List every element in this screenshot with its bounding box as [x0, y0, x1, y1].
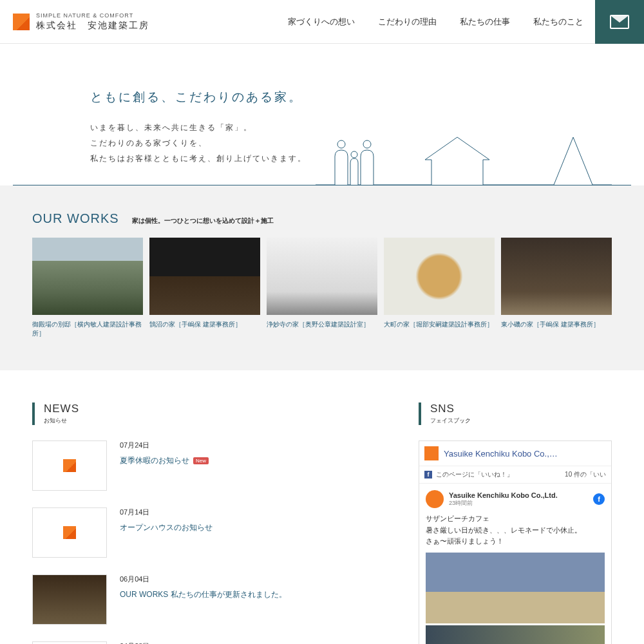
news-title-link[interactable]: 夏季休暇のお知らせ: [120, 456, 189, 465]
work-card[interactable]: 御殿場の別邸［横内敏人建築設計事務所］: [32, 238, 143, 338]
works-title: OUR WORKS: [32, 211, 119, 226]
fb-post-name[interactable]: Yasuike Kenchiku Kobo Co.,Ltd.: [449, 491, 558, 499]
fb-like-count: 10 件の「いい: [565, 470, 606, 479]
fb-post: Yasuike Kenchiku Kobo Co.,Ltd. 23時間前 f サ…: [419, 484, 611, 644]
fb-text-line: さぁ〜頑張りましょう！: [426, 536, 605, 547]
fb-avatar-icon: [426, 490, 444, 508]
facebook-f-icon: f: [424, 471, 432, 478]
fb-text-line: サザンビーチカフェ: [426, 513, 605, 525]
news-date: 04月28日: [120, 641, 365, 644]
fb-page-name: Yasuike Kenchiku Kobo Co.,…: [444, 449, 558, 459]
works-grid: 御殿場の別邸［横内敏人建築設計事務所］ 鵠沼の家［手嶋保 建築事務所］ 浄妙寺の…: [32, 238, 612, 338]
news-date: 07月14日: [120, 507, 213, 517]
news-date: 07月24日: [120, 440, 209, 450]
nav-reason[interactable]: こだわりの理由: [366, 0, 448, 44]
nav-about[interactable]: 私たちのこと: [522, 0, 595, 44]
works-subtitle: 家は個性。一つひとつに想いを込めて設計＋施工: [132, 216, 274, 225]
logo-tagline: SIMPLE NATURE & COMFORT: [36, 12, 149, 19]
news-body: 06月04日OUR WORKS 私たちの仕事が更新されました。: [120, 574, 287, 625]
news-thumb: [32, 574, 107, 625]
svg-point-1: [351, 151, 357, 158]
mail-icon: [610, 15, 629, 29]
work-card[interactable]: 大町の家［堀部安嗣建築設計事務所］: [384, 238, 495, 338]
news-item[interactable]: 07月14日オープンハウスのお知らせ: [32, 507, 393, 558]
news-item[interactable]: 06月04日OUR WORKS 私たちの仕事が更新されました。: [32, 574, 393, 625]
svg-point-0: [337, 140, 345, 148]
work-thumb: [267, 238, 377, 315]
new-badge: New: [193, 457, 209, 464]
hero: ともに創る、こだわりのある家。 いまを暮し、未来へ共に生きる「家」。 こだわりの…: [0, 44, 644, 185]
works-heading: OUR WORKS 家は個性。一つひとつに想いを込めて設計＋施工: [32, 211, 612, 226]
logo-company: 株式会社 安池建築工房: [36, 20, 149, 32]
work-card[interactable]: 浄妙寺の家［奥野公章建築設計室］: [267, 238, 377, 338]
fb-post-image[interactable]: [426, 553, 605, 623]
work-thumb: [501, 238, 612, 315]
news-thumb: [32, 641, 107, 644]
logo-mark-icon: [13, 14, 30, 30]
fb-post-time: 23時間前: [449, 499, 558, 507]
hero-illustration: [0, 128, 644, 185]
nav-philosophy[interactable]: 家づくりへの想い: [276, 0, 366, 44]
work-card[interactable]: 鵠沼の家［手嶋保 建築事務所］: [149, 238, 260, 338]
fb-header[interactable]: Yasuike Kenchiku Kobo Co.,…: [419, 441, 611, 466]
work-caption: 東小磯の家［手嶋保 建築事務所］: [501, 320, 612, 329]
news-title-link[interactable]: オープンハウスのお知らせ: [120, 523, 213, 532]
fb-like-label: このページに「いいね！」: [436, 470, 513, 479]
work-caption: 鵠沼の家［手嶋保 建築事務所］: [149, 320, 260, 329]
sns-heading: SNS フェイスブック: [419, 402, 612, 425]
work-caption: 浄妙寺の家［奥野公章建築設計室］: [267, 320, 377, 329]
news-thumb: [32, 507, 107, 558]
news-subtitle: お知らせ: [44, 417, 393, 425]
sns-column: SNS フェイスブック Yasuike Kenchiku Kobo Co.,… …: [419, 402, 612, 644]
news-body: 07月24日夏季休暇のお知らせNew: [120, 440, 209, 491]
work-card[interactable]: 東小磯の家［手嶋保 建築事務所］: [501, 238, 612, 338]
hero-line-art-icon: [316, 128, 612, 185]
main-nav: 家づくりへの想い こだわりの理由 私たちの仕事 私たちのこと: [276, 0, 595, 44]
news-list: 07月24日夏季休暇のお知らせNew07月14日オープンハウスのお知らせ06月0…: [32, 440, 393, 644]
hero-title: ともに創る、こだわりのある家。: [90, 89, 644, 106]
fb-page-logo-icon: [424, 446, 439, 460]
work-thumb: [32, 238, 143, 315]
work-caption: 大町の家［堀部安嗣建築設計事務所］: [384, 320, 495, 329]
sns-subtitle: フェイスブック: [430, 417, 612, 425]
svg-point-2: [363, 140, 371, 148]
news-item[interactable]: 07月24日夏季休暇のお知らせNew: [32, 440, 393, 491]
news-date: 06月04日: [120, 574, 287, 584]
news-title: NEWS: [44, 402, 393, 415]
news-title-link[interactable]: OUR WORKS 私たちの仕事が更新されました。: [120, 590, 287, 599]
fb-post-text: サザンビーチカフェ 暑さ厳しい日が続き、、、レモネードで小休止。 さぁ〜頑張りま…: [426, 513, 605, 547]
logo-mark-icon: [63, 526, 76, 539]
contact-button[interactable]: [595, 0, 644, 44]
fb-post-image[interactable]: [426, 625, 605, 644]
work-caption: 御殿場の別邸［横内敏人建築設計事務所］: [32, 320, 143, 338]
logo-mark-icon: [63, 459, 76, 472]
news-heading: NEWS お知らせ: [32, 402, 393, 425]
fb-post-header: Yasuike Kenchiku Kobo Co.,Ltd. 23時間前 f: [426, 490, 605, 508]
lower-section: NEWS お知らせ 07月24日夏季休暇のお知らせNew07月14日オープンハウ…: [0, 370, 644, 644]
fb-like-bar[interactable]: f このページに「いいね！」 10 件の「いい: [419, 466, 611, 484]
news-body: 04月28日当社のZEH(ネット・ゼロ・エネルギー・ハウス)の普及のための取組み: [120, 641, 365, 644]
news-thumb: [32, 440, 107, 491]
logo[interactable]: SIMPLE NATURE & COMFORT 株式会社 安池建築工房: [0, 12, 149, 32]
logo-text: SIMPLE NATURE & COMFORT 株式会社 安池建築工房: [36, 12, 149, 32]
facebook-widget: Yasuike Kenchiku Kobo Co.,… f このページに「いいね…: [419, 440, 612, 644]
facebook-round-icon[interactable]: f: [593, 493, 605, 505]
fb-text-line: 暑さ厳しい日が続き、、、レモネードで小休止。: [426, 525, 605, 536]
sns-title: SNS: [430, 402, 612, 415]
header: SIMPLE NATURE & COMFORT 株式会社 安池建築工房 家づくり…: [0, 0, 644, 44]
work-thumb: [149, 238, 260, 315]
works-section: OUR WORKS 家は個性。一つひとつに想いを込めて設計＋施工 御殿場の別邸［…: [0, 185, 644, 370]
nav-works[interactable]: 私たちの仕事: [448, 0, 522, 44]
news-column: NEWS お知らせ 07月24日夏季休暇のお知らせNew07月14日オープンハウ…: [32, 402, 393, 644]
news-body: 07月14日オープンハウスのお知らせ: [120, 507, 213, 558]
work-thumb: [384, 238, 495, 315]
news-item[interactable]: 04月28日当社のZEH(ネット・ゼロ・エネルギー・ハウス)の普及のための取組み: [32, 641, 393, 644]
